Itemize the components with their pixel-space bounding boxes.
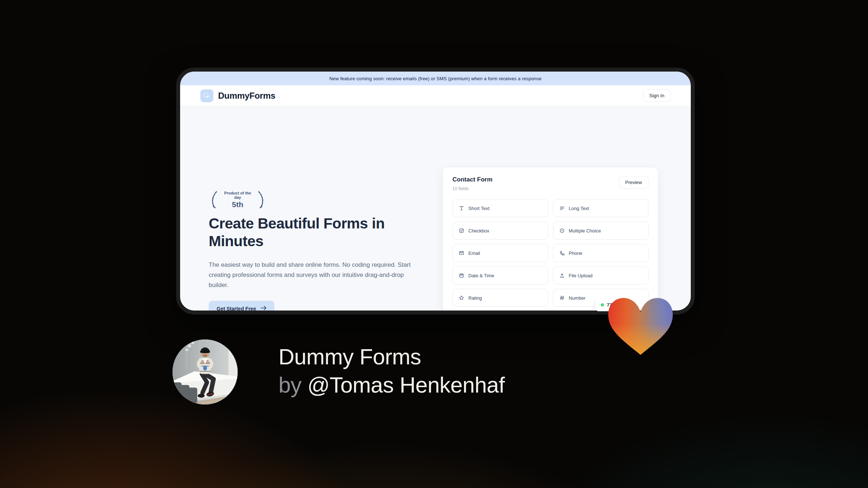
author-handle: @Tomas Henkenhaf (307, 373, 505, 397)
phone-icon (559, 250, 565, 256)
short-text-icon (459, 205, 464, 211)
browser-window: New feature coming soon: receive emails … (176, 68, 695, 314)
announcement-banner: New feature coming soon: receive emails … (180, 72, 691, 85)
field-type-grid: Short Text Long Text Checkbox (452, 199, 648, 307)
author-avatar (173, 339, 238, 404)
announcement-text: New feature coming soon: receive emails … (329, 76, 542, 81)
hash-icon (559, 295, 565, 301)
multiple-choice-icon (559, 228, 565, 234)
preview-button[interactable]: Preview (619, 176, 648, 189)
gradient-heart-icon (605, 292, 676, 357)
calendar-icon (459, 273, 464, 278)
form-builder-card: Contact Form 10 fields Preview Short Tex… (443, 167, 658, 311)
field-date-time[interactable]: Date & Time (452, 266, 548, 284)
site-header: DummyForms Sign In (180, 85, 691, 106)
laurel-right-icon (257, 189, 267, 211)
byline-prefix: by (278, 373, 301, 397)
hero-heading: Create Beautiful Forms in Minutes (209, 215, 411, 250)
cta-label: Get Started Free (217, 306, 256, 311)
get-started-button[interactable]: Get Started Free (209, 301, 275, 311)
promo-caption: Dummy Forms by @Tomas Henkenhaf (278, 343, 505, 399)
online-dot-icon (601, 303, 604, 307)
field-short-text[interactable]: Short Text (452, 199, 548, 217)
field-count: 10 fields (452, 186, 493, 191)
field-checkbox[interactable]: Checkbox (452, 222, 548, 240)
arrow-right-icon (260, 305, 267, 311)
brand-logo[interactable]: DummyForms (200, 89, 275, 102)
hero-description: The easiest way to build and share onlin… (209, 260, 418, 290)
product-of-the-day-badge: Product of the day 5th (209, 189, 267, 211)
long-text-icon (559, 205, 565, 211)
sign-in-button[interactable]: Sign In (643, 89, 671, 102)
email-icon (459, 250, 464, 256)
field-long-text[interactable]: Long Text (553, 199, 649, 217)
field-email[interactable]: Email (452, 244, 548, 262)
brand-name: DummyForms (218, 91, 275, 101)
field-multiple-choice[interactable]: Multiple Choice (553, 222, 649, 240)
field-phone[interactable]: Phone (553, 244, 649, 262)
laurel-left-icon (209, 189, 218, 211)
hero-section: Product of the day 5th (180, 106, 691, 311)
field-file-upload[interactable]: File Upload (553, 266, 649, 284)
cursor-select-icon (200, 89, 213, 102)
field-rating[interactable]: Rating (452, 289, 548, 307)
form-title: Contact Form (452, 176, 493, 183)
promo-title: Dummy Forms (278, 343, 505, 371)
upload-icon (559, 273, 565, 278)
checkbox-icon (459, 228, 464, 234)
star-icon (459, 295, 464, 301)
award-title: Product of the day (220, 191, 255, 200)
award-rank: 5th (220, 200, 255, 209)
